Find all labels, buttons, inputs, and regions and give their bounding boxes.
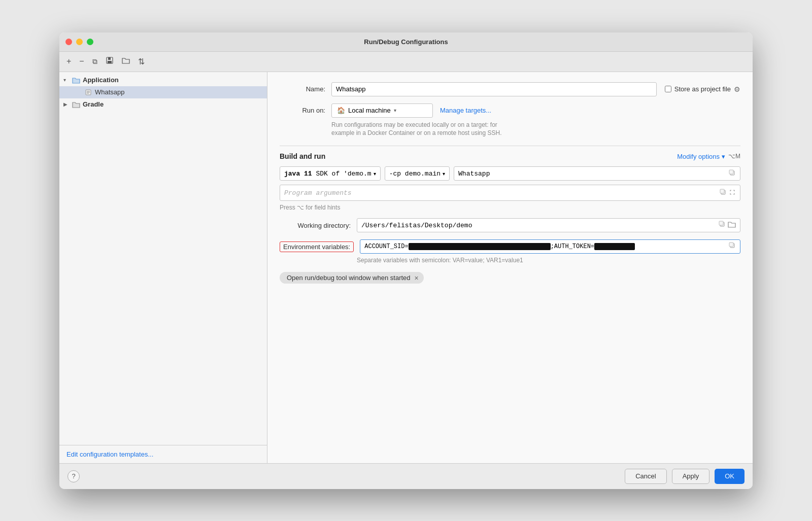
copy-working-dir-icon[interactable] (719, 221, 726, 230)
name-row: Name: Store as project file ⚙ (280, 82, 740, 96)
build-run-section-header: Build and run Modify options ▾ ⌥M (280, 152, 740, 160)
main-class-input[interactable]: Whatsapp (454, 166, 740, 181)
working-dir-row: Working directory: /Users/felistas/Deskt… (280, 218, 740, 232)
env-vars-content: ACCOUNT_SID=;AUTH_TOKEN= (364, 243, 635, 250)
chevron-down-icon-4: ▾ (443, 171, 445, 177)
env-vars-label: Environment variables: (280, 241, 354, 252)
open-tool-window-chip: Open run/debug tool window when started … (280, 272, 424, 284)
env-vars-row: Environment variables: ACCOUNT_SID=;AUTH… (280, 239, 740, 254)
remove-config-button[interactable]: − (76, 55, 87, 68)
edit-config-templates-link[interactable]: Edit configuration templates... (66, 450, 153, 458)
working-dir-label: Working directory: (280, 222, 351, 229)
copy-prog-args-icon[interactable] (720, 189, 727, 197)
whatsapp-file-icon (84, 88, 93, 97)
working-dir-icons (719, 221, 736, 230)
maximize-button[interactable] (87, 39, 93, 45)
titlebar: Run/Debug Configurations (59, 32, 753, 52)
sidebar-footer: Edit configuration templates... (59, 445, 267, 463)
folder-config-button[interactable] (119, 55, 133, 68)
separator-1 (280, 146, 740, 146)
plus-icon: + (66, 57, 71, 66)
program-args-row: Program arguments (280, 185, 740, 201)
program-args-placeholder: Program arguments (284, 189, 352, 197)
modify-options-label: Modify options (677, 153, 720, 160)
apply-button[interactable]: Apply (672, 469, 710, 484)
cp-value: -cp demo.main (389, 170, 441, 178)
env-vars-input[interactable]: ACCOUNT_SID=;AUTH_TOKEN= (360, 239, 740, 254)
run-on-value: Local machine (348, 107, 391, 114)
modify-options-shortcut: ⌥M (728, 153, 740, 160)
svg-rect-8 (729, 170, 733, 174)
sidebar-item-whatsapp[interactable]: Whatsapp (59, 86, 267, 98)
sidebar-item-application[interactable]: ▾ Application (59, 74, 267, 86)
main-class-value: Whatsapp (458, 170, 490, 178)
cp-dropdown[interactable]: -cp demo.main ▾ (385, 166, 450, 181)
prog-args-icons (720, 189, 736, 197)
bottom-bar: ? Cancel Apply OK (59, 463, 753, 489)
auth-token-redacted (594, 243, 635, 250)
open-tool-window-label: Open run/debug tool window when started (287, 274, 411, 282)
whatsapp-label: Whatsapp (95, 88, 125, 96)
add-config-button[interactable]: + (63, 55, 74, 68)
name-label: Name: (280, 85, 325, 93)
chevron-down-icon: ▾ (394, 108, 396, 113)
titlebar-buttons (65, 39, 93, 45)
press-hint: Press ⌥ for field hints (280, 204, 740, 211)
sort-config-button[interactable]: ⇅ (135, 55, 148, 68)
press-hint-text: Press ⌥ for field hints (280, 204, 340, 211)
minus-icon: − (79, 57, 84, 66)
run-debug-configurations-window: Run/Debug Configurations + − ⧉ (59, 32, 753, 489)
cancel-button[interactable]: Cancel (625, 469, 666, 484)
toolbar: + − ⧉ ⇅ (59, 52, 753, 72)
save-config-button[interactable] (103, 54, 117, 68)
store-project-label: Store as project file (674, 85, 731, 93)
env-vars-suffix: ;AUTH_TOKEN= (551, 243, 594, 250)
save-icon (106, 56, 114, 66)
gear-icon[interactable]: ⚙ (734, 85, 740, 93)
name-input[interactable] (331, 82, 657, 96)
gradle-arrow: ▶ (63, 101, 72, 107)
application-folder-icon (72, 76, 81, 85)
copy-main-class-icon[interactable] (729, 169, 736, 178)
svg-rect-10 (720, 189, 724, 193)
ok-button[interactable]: OK (715, 469, 745, 484)
chevron-down-icon-2: ▾ (722, 153, 725, 160)
shortcut-text: ⌥M (728, 153, 740, 160)
store-project-checkbox[interactable] (665, 86, 671, 92)
working-dir-value: /Users/felistas/Desktop/demo (361, 222, 472, 229)
folder-icon (122, 57, 130, 66)
copy-config-button[interactable]: ⧉ (89, 55, 100, 68)
browse-working-dir-icon[interactable] (728, 221, 736, 230)
run-hint: Run configurations may be executed local… (331, 121, 740, 138)
run-on-row: Run on: 🏠 Local machine ▾ Manage targets… (280, 103, 740, 118)
copy-env-vars-icon[interactable] (729, 242, 736, 251)
sidebar-item-gradle[interactable]: ▶ Gradle (59, 98, 267, 111)
java-sdk-dropdown[interactable]: java 11 SDK of 'demo.m ▾ (280, 166, 381, 181)
build-run-row: java 11 SDK of 'demo.m ▾ -cp demo.main ▾… (280, 166, 740, 181)
copy-icon: ⧉ (92, 57, 97, 66)
env-vars-hint: Separate variables with semicolon: VAR=v… (357, 257, 740, 264)
program-args-input[interactable]: Program arguments (280, 185, 740, 201)
minimize-button[interactable] (76, 39, 83, 45)
env-vars-prefix: ACCOUNT_SID= (364, 243, 408, 250)
env-vars-hint-text: Separate variables with semicolon: VAR=v… (357, 257, 523, 264)
expand-prog-args-icon[interactable] (729, 189, 736, 197)
sort-icon: ⇅ (138, 57, 145, 66)
svg-rect-2 (108, 61, 112, 63)
bottom-buttons: Cancel Apply OK (625, 469, 745, 484)
svg-rect-12 (719, 221, 723, 225)
help-button[interactable]: ? (67, 470, 80, 482)
svg-rect-1 (108, 57, 111, 60)
close-button[interactable] (65, 39, 72, 45)
manage-targets-link[interactable]: Manage targets... (440, 107, 491, 114)
window-title: Run/Debug Configurations (364, 38, 448, 46)
gradle-icon (72, 100, 81, 109)
open-tool-window-close-button[interactable]: × (415, 274, 419, 282)
application-arrow: ▾ (63, 77, 72, 83)
run-on-dropdown[interactable]: 🏠 Local machine ▾ (331, 103, 433, 118)
main-content: ▾ Application (59, 72, 753, 463)
working-dir-input[interactable]: /Users/felistas/Desktop/demo (357, 218, 740, 232)
modify-options-link[interactable]: Modify options ▾ (677, 153, 725, 160)
store-project-area: Store as project file ⚙ (665, 85, 740, 93)
modify-options-area: Modify options ▾ ⌥M (677, 153, 740, 160)
